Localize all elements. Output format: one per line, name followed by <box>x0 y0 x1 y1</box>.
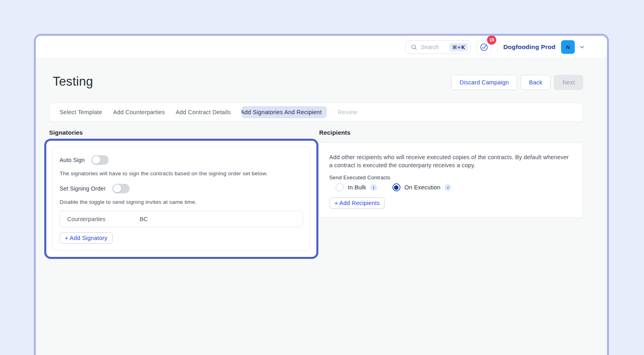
step-review[interactable]: Review <box>338 109 357 115</box>
auto-sign-toggle[interactable] <box>91 155 109 165</box>
toggle-knob <box>113 185 121 193</box>
send-executed-contracts-label: Send Executed Contracts <box>329 174 573 181</box>
page-title: Testing <box>49 68 93 89</box>
in-bulk-label: In Bulk <box>348 184 366 191</box>
org-name: Dogfooding Prod <box>503 43 555 51</box>
topbar-divider <box>497 40 497 54</box>
app-window: Search ⌘+K 19 Dogfooding Prod N Testing … <box>34 34 609 355</box>
recipients-card: Add other recipients who will receive ex… <box>319 142 583 218</box>
stepper: Select Template Add Counterparties Add C… <box>49 103 583 122</box>
step-add-signatories-and-recipient[interactable]: Add Signatories And Recipient <box>242 106 327 118</box>
signatories-heading: Signatories <box>49 129 314 136</box>
back-button[interactable]: Back <box>520 75 551 90</box>
next-button[interactable]: Next <box>554 75 583 90</box>
avatar[interactable]: N <box>561 40 575 54</box>
signatories-section: Signatories Auto Sign The signatories wi… <box>49 129 314 259</box>
signatories-card: Auto Sign The signatories will have to s… <box>52 147 310 251</box>
on-execution-info-icon[interactable]: i <box>444 184 451 191</box>
signatory-value: BC <box>140 216 148 222</box>
check-circle-icon <box>479 43 489 52</box>
recipients-heading: Recipients <box>319 129 583 136</box>
signatory-type: Counterparties <box>67 216 140 222</box>
page-header: Testing Discard Campaign Back Next <box>49 68 583 90</box>
toggle-knob <box>92 156 100 164</box>
set-signing-order-toggle[interactable] <box>112 184 130 193</box>
in-bulk-info-icon[interactable]: i <box>370 184 377 191</box>
search-icon <box>411 44 417 51</box>
chevron-down-icon[interactable] <box>579 44 585 50</box>
search-input[interactable]: Search ⌘+K <box>405 40 471 54</box>
recipients-description: Add other recipients who will receive ex… <box>329 153 573 169</box>
signing-order-description: Disable the toggle to send signing invit… <box>60 199 303 205</box>
send-mode-radio-group: In Bulk i On Execution i <box>329 183 573 191</box>
recipients-section: Recipients Add other recipients who will… <box>319 129 583 218</box>
tasks-button[interactable]: 19 <box>476 40 491 54</box>
signatories-highlight-ring: Auto Sign The signatories will have to s… <box>44 139 318 259</box>
in-bulk-radio[interactable] <box>336 183 344 191</box>
set-signing-order-label: Set Signing Order <box>60 185 106 192</box>
auto-sign-label: Auto Sign <box>60 157 85 163</box>
on-execution-radio[interactable] <box>392 183 400 191</box>
step-add-counterparties[interactable]: Add Counterparties <box>113 109 165 115</box>
add-recipients-button[interactable]: + Add Recipients <box>329 197 385 209</box>
header-actions: Discard Campaign Back Next <box>451 68 583 90</box>
step-select-template[interactable]: Select Template <box>60 109 102 115</box>
add-signatory-button[interactable]: + Add Signatory <box>60 232 113 244</box>
search-placeholder: Search <box>421 44 446 50</box>
discard-campaign-button[interactable]: Discard Campaign <box>451 75 517 90</box>
auto-sign-description: The signatories will have to sign the co… <box>60 170 303 176</box>
radio-dot <box>394 185 398 190</box>
topbar: Search ⌘+K 19 Dogfooding Prod N <box>36 36 607 59</box>
step-add-contract-details[interactable]: Add Contract Details <box>175 109 231 115</box>
search-shortcut-hint: ⌘+K <box>450 43 468 51</box>
on-execution-label: On Execution <box>405 184 440 191</box>
signatory-row[interactable]: Counterparties BC <box>60 211 303 227</box>
notification-badge: 19 <box>487 35 496 45</box>
